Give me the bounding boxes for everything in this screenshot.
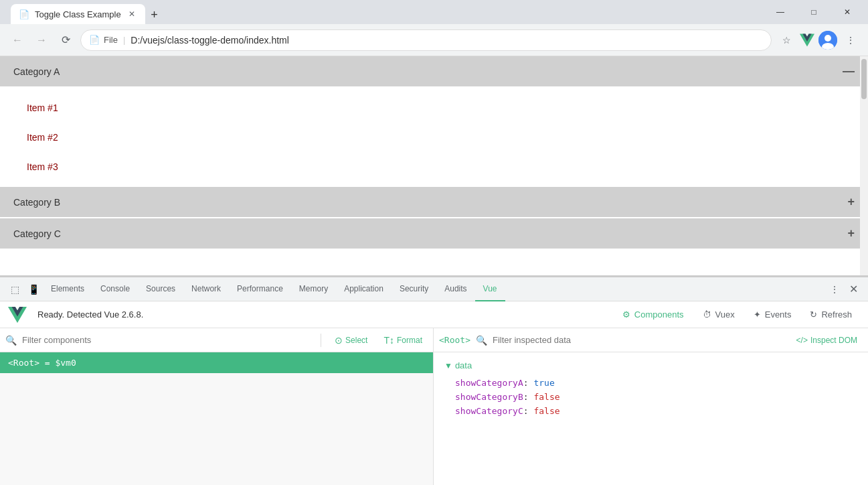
list-item: Item #3 bbox=[0, 152, 868, 182]
events-icon: ✦ bbox=[754, 309, 761, 320]
data-section: ▼ data showCategoryA: true showCategoryB… bbox=[444, 360, 857, 418]
vue-refresh-button[interactable]: ↻ Refresh bbox=[802, 305, 860, 324]
tab-security[interactable]: Security bbox=[392, 277, 436, 301]
vue-right-panel-content: ▼ data showCategoryA: true showCategoryB… bbox=[434, 352, 868, 485]
window-controls: — □ ✕ bbox=[765, 2, 863, 22]
maximize-button[interactable]: □ bbox=[798, 2, 829, 22]
select-button[interactable]: ⊙ Select bbox=[329, 332, 373, 348]
filter-search-icon: 🔍 bbox=[5, 335, 17, 346]
list-item: Item #2 bbox=[0, 123, 868, 152]
tab-favicon: 📄 bbox=[19, 9, 29, 19]
tab-close-button[interactable]: ✕ bbox=[126, 9, 137, 19]
tab-console[interactable]: Console bbox=[92, 277, 138, 301]
scrollbar-thumb[interactable] bbox=[861, 59, 867, 99]
vue-right-panel-header: <Root> 🔍 </> Inspect DOM bbox=[434, 328, 868, 352]
secure-icon: 📄 bbox=[89, 35, 100, 45]
vue-left-panel-toolbar: 🔍 ⊙ Select T↕ Format bbox=[0, 328, 433, 352]
data-row: showCategoryA: true bbox=[444, 376, 857, 390]
file-label: File bbox=[104, 35, 118, 45]
devtools-panel: ⬚ 📱 Elements Console Sources Network Per… bbox=[0, 276, 868, 485]
category-c-title: Category C bbox=[13, 228, 61, 239]
vuejs-extension-icon[interactable] bbox=[800, 33, 814, 48]
tab-memory[interactable]: Memory bbox=[291, 277, 336, 301]
category-a-items: Item #1 Item #2 Item #3 bbox=[0, 88, 868, 187]
vue-devtools-logo bbox=[8, 305, 27, 324]
root-component-item[interactable]: <Root> = $vm0 bbox=[0, 352, 433, 373]
select-icon: ⊙ bbox=[335, 335, 343, 346]
devtools-device-button[interactable]: 📱 bbox=[24, 280, 43, 299]
data-section-title: ▼ data bbox=[444, 360, 857, 370]
category-c-toggle-icon: + bbox=[847, 226, 855, 240]
category-a-toggle-icon: — bbox=[843, 64, 855, 78]
page-content: Category A — Item #1 Item #2 Item #3 Cat… bbox=[0, 56, 868, 276]
list-item: Item #1 bbox=[0, 93, 868, 123]
tab-bar: 📄 Toggle Class Example ✕ + bbox=[5, 0, 164, 24]
category-a-title: Category A bbox=[13, 66, 60, 77]
right-panel-root-tag: <Root> bbox=[439, 335, 470, 345]
root-component-text: <Root> = $vm0 bbox=[8, 358, 76, 368]
url-text: D:/vuejs/class-toggle-demo/index.html bbox=[131, 35, 763, 46]
tab-application[interactable]: Application bbox=[336, 277, 392, 301]
filter-inspected-data-input[interactable] bbox=[493, 332, 786, 348]
menu-button[interactable]: ⋮ bbox=[841, 31, 860, 50]
category-c-header[interactable]: Category C + bbox=[0, 218, 868, 249]
vuex-icon: ⏱ bbox=[703, 309, 711, 320]
forward-button[interactable]: → bbox=[32, 31, 51, 50]
tab-sources[interactable]: Sources bbox=[138, 277, 183, 301]
vue-vuex-button[interactable]: ⏱ Vuex bbox=[695, 305, 743, 324]
category-a-header[interactable]: Category A — bbox=[0, 56, 868, 86]
filter-components-input[interactable] bbox=[22, 332, 313, 348]
tab-performance[interactable]: Performance bbox=[229, 277, 291, 301]
tab-network[interactable]: Network bbox=[183, 277, 229, 301]
category-b-header[interactable]: Category B + bbox=[0, 187, 868, 217]
inspect-dom-icon: </> bbox=[796, 336, 808, 345]
vue-left-panel: 🔍 ⊙ Select T↕ Format <Root> = $vm0 bbox=[0, 328, 434, 485]
devtools-toolbar: ⬚ 📱 Elements Console Sources Network Per… bbox=[0, 277, 868, 301]
reload-button[interactable]: ⟳ bbox=[56, 31, 75, 50]
category-b-title: Category B bbox=[13, 197, 60, 208]
vue-status-text: Ready. Detected Vue 2.6.8. bbox=[37, 309, 604, 320]
devtools-close-button[interactable]: ✕ bbox=[844, 280, 863, 299]
browser-toolbar-right: ☆ ⋮ bbox=[777, 31, 860, 50]
format-icon: T↕ bbox=[383, 335, 394, 346]
vue-components-button[interactable]: ⚙ Components bbox=[614, 305, 692, 324]
data-chevron-icon: ▼ bbox=[444, 361, 452, 370]
tab-elements[interactable]: Elements bbox=[43, 277, 92, 301]
vue-right-panel: <Root> 🔍 </> Inspect DOM ▼ data bbox=[434, 328, 868, 485]
vue-devtools-nav: ⚙ Components ⏱ Vuex ✦ Events ↻ Refresh bbox=[614, 305, 860, 324]
inspect-dom-button[interactable]: </> Inspect DOM bbox=[791, 333, 863, 348]
tab-title: Toggle Class Example bbox=[35, 9, 121, 19]
category-b-toggle-icon: + bbox=[847, 195, 855, 209]
active-tab[interactable]: 📄 Toggle Class Example ✕ bbox=[11, 4, 145, 24]
svg-point-1 bbox=[824, 35, 831, 42]
vue-events-button[interactable]: ✦ Events bbox=[746, 305, 800, 324]
components-icon: ⚙ bbox=[622, 309, 630, 320]
data-row: showCategoryB: false bbox=[444, 390, 857, 404]
user-avatar[interactable] bbox=[818, 31, 837, 50]
format-button[interactable]: T↕ Format bbox=[378, 332, 428, 348]
address-bar-input[interactable]: 📄 File | D:/vuejs/class-toggle-demo/inde… bbox=[80, 29, 772, 51]
devtools-tabs: Elements Console Sources Network Perform… bbox=[43, 277, 825, 301]
scrollbar-track[interactable] bbox=[860, 56, 868, 275]
tab-vue[interactable]: Vue bbox=[475, 277, 505, 301]
address-bar: ← → ⟳ 📄 File | D:/vuejs/class-toggle-dem… bbox=[0, 24, 868, 56]
titlebar: 📄 Toggle Class Example ✕ + — □ ✕ bbox=[0, 0, 868, 24]
toolbar-separator bbox=[321, 334, 321, 347]
vue-devtools-header: Ready. Detected Vue 2.6.8. ⚙ Components … bbox=[0, 301, 868, 328]
bookmark-button[interactable]: ☆ bbox=[777, 31, 796, 50]
devtools-inspect-button[interactable]: ⬚ bbox=[5, 280, 24, 299]
back-button[interactable]: ← bbox=[8, 31, 27, 50]
refresh-icon: ↻ bbox=[810, 309, 817, 320]
devtools-more-button[interactable]: ⋮ bbox=[825, 280, 844, 299]
close-button[interactable]: ✕ bbox=[832, 2, 863, 22]
new-tab-button[interactable]: + bbox=[145, 5, 164, 24]
right-filter-search-icon: 🔍 bbox=[476, 335, 487, 346]
vue-devtools-content: Ready. Detected Vue 2.6.8. ⚙ Components … bbox=[0, 301, 868, 485]
vue-panels: 🔍 ⊙ Select T↕ Format <Root> = $vm0 bbox=[0, 328, 868, 485]
minimize-button[interactable]: — bbox=[765, 2, 796, 22]
tab-audits[interactable]: Audits bbox=[436, 277, 474, 301]
data-row: showCategoryC: false bbox=[444, 404, 857, 418]
